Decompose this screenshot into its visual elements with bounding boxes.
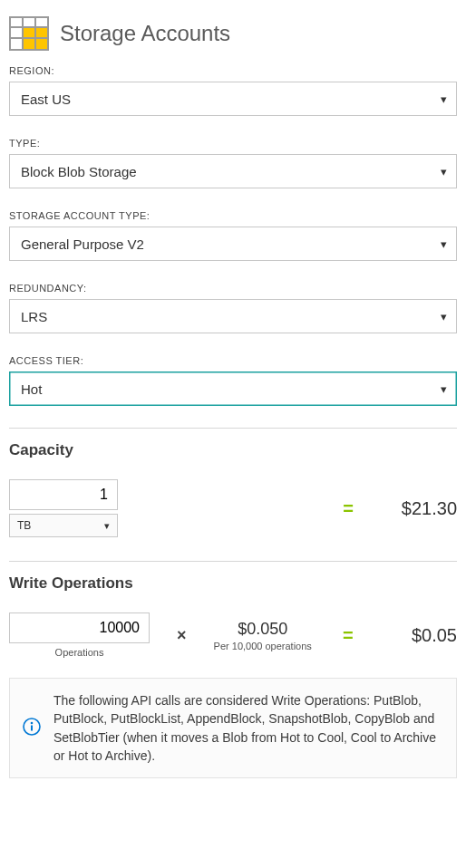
write-ops-rate: $0.050	[214, 620, 312, 639]
equals-sign: =	[339, 498, 357, 519]
redundancy-label: REDUNDANCY:	[9, 283, 457, 294]
write-ops-sublabel: Operations	[9, 647, 150, 658]
access-tier-value: Hot	[21, 381, 42, 397]
region-value: East US	[21, 92, 71, 107]
write-ops-heading: Write Operations	[9, 574, 457, 593]
region-field-group: REGION: East US	[9, 65, 457, 116]
equals-sign: =	[339, 625, 357, 646]
capacity-price: $21.30	[384, 498, 457, 519]
write-ops-row: Operations × $0.050 Per 10,000 operation…	[9, 612, 457, 658]
access-tier-select[interactable]: Hot	[9, 371, 457, 406]
type-select[interactable]: Block Blob Storage	[9, 154, 457, 188]
redundancy-value: LRS	[21, 309, 47, 324]
write-ops-info-box: The following API calls are considered W…	[9, 678, 457, 778]
capacity-unit-select[interactable]: TB	[9, 514, 118, 537]
write-ops-info-text: The following API calls are considered W…	[53, 691, 440, 765]
redundancy-field-group: REDUNDANCY: LRS	[9, 283, 457, 333]
type-label: TYPE:	[9, 138, 457, 149]
svg-rect-1	[11, 18, 22, 26]
svg-rect-8	[24, 39, 34, 49]
acct-type-label: STORAGE ACCOUNT TYPE:	[9, 210, 457, 221]
page-header: Storage Accounts	[9, 9, 457, 65]
info-icon	[23, 718, 41, 739]
times-sign: ×	[177, 626, 187, 645]
capacity-input[interactable]	[9, 479, 118, 510]
access-tier-label: ACCESS TIER:	[9, 355, 457, 366]
svg-point-11	[31, 721, 34, 724]
svg-rect-12	[31, 725, 33, 730]
redundancy-select[interactable]: LRS	[9, 299, 457, 333]
svg-rect-2	[24, 18, 34, 26]
storage-accounts-icon	[9, 16, 49, 51]
svg-rect-9	[36, 39, 47, 49]
divider	[9, 561, 457, 562]
divider	[9, 428, 457, 429]
page-title: Storage Accounts	[60, 21, 230, 46]
svg-rect-6	[36, 28, 47, 37]
type-value: Block Blob Storage	[21, 164, 137, 179]
svg-rect-3	[36, 18, 47, 26]
acct-type-select[interactable]: General Purpose V2	[9, 227, 457, 261]
acct-type-field-group: STORAGE ACCOUNT TYPE: General Purpose V2	[9, 210, 457, 261]
region-label: REGION:	[9, 65, 457, 76]
svg-rect-5	[24, 28, 34, 37]
acct-type-value: General Purpose V2	[21, 236, 144, 252]
write-ops-price: $0.05	[384, 625, 457, 646]
capacity-row: TB = $21.30	[9, 479, 457, 537]
svg-rect-7	[11, 39, 22, 49]
access-tier-field-group: ACCESS TIER: Hot	[9, 355, 457, 406]
capacity-heading: Capacity	[9, 441, 457, 459]
write-ops-input[interactable]	[9, 612, 150, 643]
svg-rect-4	[11, 28, 22, 37]
type-field-group: TYPE: Block Blob Storage	[9, 138, 457, 188]
capacity-unit-value: TB	[17, 519, 31, 532]
region-select[interactable]: East US	[9, 82, 457, 116]
write-ops-rate-sub: Per 10,000 operations	[214, 641, 312, 651]
